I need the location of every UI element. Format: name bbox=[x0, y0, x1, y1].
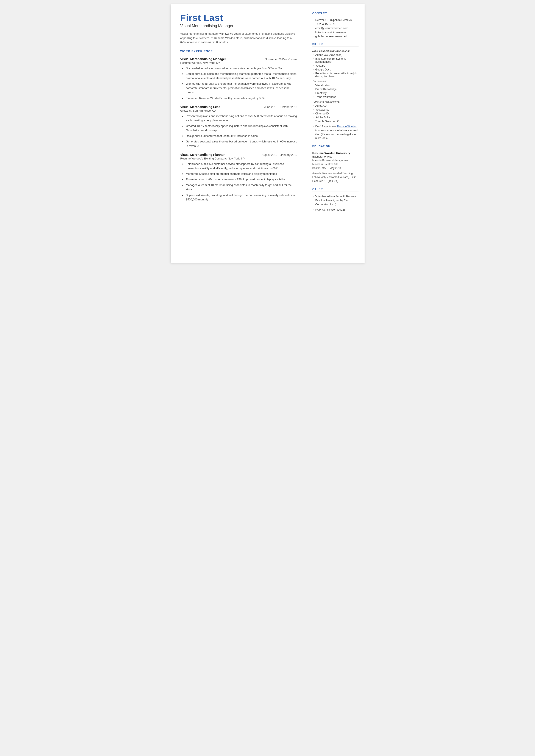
other-item-1: Volunteered in a 3-month Runway Fashion … bbox=[312, 194, 358, 207]
name-section: First Last Visual Merchandising Manager bbox=[180, 13, 297, 28]
skill-1-4: Google Docs bbox=[312, 68, 358, 71]
other-section: OTHER Volunteered in a 3-month Runway Fa… bbox=[312, 188, 358, 212]
skill-3-1: AutoCAD bbox=[312, 104, 358, 107]
contact-item-3: email@resumeworded.com bbox=[312, 27, 358, 30]
work-experience-title: WORK EXPERIENCE bbox=[180, 49, 297, 54]
skills-section: SKILLS Data Visualization/Engineering: A… bbox=[312, 43, 358, 140]
job-entry-3: Visual Merchandising Planner August 2010… bbox=[180, 153, 297, 202]
job-position-1: Visual Merchandising Manager bbox=[180, 57, 226, 61]
job-position-2: Visual Merchandising Lead bbox=[180, 105, 221, 109]
bullet-3-5: Supervised visuals, branding, and sell t… bbox=[182, 193, 297, 202]
resume-worded-link[interactable]: Resume Worded bbox=[337, 125, 356, 128]
bullet-3-2: Mentored 40 sales staff on product chara… bbox=[182, 172, 297, 176]
skill-note-suffix: to scan your resume before you send it o… bbox=[316, 129, 358, 140]
skills-cat-label-3: Tools and Frameworks: bbox=[312, 100, 358, 103]
job-company-1: Resume Worded, New York, NY bbox=[180, 61, 297, 65]
bullet-3-3: Evaluated shop traffic patterns to ensur… bbox=[182, 177, 297, 182]
skill-2-2: Brand Knowledge bbox=[312, 88, 358, 91]
job-entry-2: Visual Merchandising Lead June 2013 – Oc… bbox=[180, 105, 297, 148]
job-bullets-1: Succeeded in reducing zero selling acces… bbox=[180, 66, 297, 100]
skill-3-4: Adobe Suite bbox=[312, 116, 358, 119]
skill-3-2: Vectoworks bbox=[312, 108, 358, 111]
edu-major: Major in Business Management bbox=[312, 159, 349, 162]
work-experience-section: WORK EXPERIENCE Visual Merchandising Man… bbox=[180, 49, 297, 202]
skills-cat-label-2: Techniques: bbox=[312, 80, 358, 83]
contact-item-5: github.com/resumeworded bbox=[312, 35, 358, 38]
resume-container: First Last Visual Merchandising Manager … bbox=[171, 4, 365, 263]
skill-2-4: Trend awareness bbox=[312, 96, 358, 98]
job-dates-1: November 2015 – Present bbox=[265, 58, 297, 61]
skill-1-3: Youtube bbox=[312, 64, 358, 67]
education-title: EDUCATION bbox=[312, 145, 358, 149]
job-bullets-3: Established a positive customer service … bbox=[180, 162, 297, 202]
bullet-3-4: Managed a team of 40 merchandising assoc… bbox=[182, 183, 297, 192]
skills-note: Don't forget to use Resume Worded to sca… bbox=[312, 125, 358, 140]
bullet-2-4: Generated seasonal sales themes based on… bbox=[182, 139, 297, 148]
bullet-1-2: Equipped visual, sales and merchandising… bbox=[182, 72, 297, 80]
edu-degree: Bachelor of Arts bbox=[312, 155, 358, 158]
bullet-2-1: Presented opinions and merchandising opt… bbox=[182, 114, 297, 123]
job-header-3: Visual Merchandising Planner August 2010… bbox=[180, 153, 297, 156]
job-header-1: Visual Merchandising Manager November 20… bbox=[180, 57, 297, 61]
other-item-2: PCM Certification (2022) bbox=[312, 208, 358, 212]
skill-2-1: Visualization bbox=[312, 84, 358, 87]
job-bullets-2: Presented opinions and merchandising opt… bbox=[180, 114, 297, 148]
edu-school: Resume Worded University bbox=[312, 152, 358, 155]
other-title: OTHER bbox=[312, 188, 358, 192]
job-company-2: Growthsi, San Francisco, CA bbox=[180, 109, 297, 112]
bullet-1-1: Succeeded in reducing zero selling acces… bbox=[182, 66, 297, 70]
skill-2-3: Creativity bbox=[312, 92, 358, 95]
full-name: First Last bbox=[180, 13, 297, 23]
contact-item-4: linkedin.com/in/username bbox=[312, 31, 358, 34]
skills-title: SKILLS bbox=[312, 43, 358, 47]
skills-cat-label-1: Data Visualization/Engineering: bbox=[312, 49, 358, 52]
job-dates-3: August 2010 – January 2013 bbox=[262, 153, 297, 156]
edu-awards: Awards: Resume Worded Teaching Fellow (o… bbox=[312, 171, 358, 183]
job-header-2: Visual Merchandising Lead June 2013 – Oc… bbox=[180, 105, 297, 109]
job-position-3: Visual Merchandising Planner bbox=[180, 153, 225, 156]
contact-item-1: Denver, OH (Open to Remote) bbox=[312, 18, 358, 21]
job-entry-1: Visual Merchandising Manager November 20… bbox=[180, 57, 297, 100]
bullet-2-3: Designed visual features that led to 45%… bbox=[182, 134, 297, 138]
bullet-3-1: Established a positive customer service … bbox=[182, 162, 297, 170]
skill-3-3: Cinema 4D bbox=[312, 112, 358, 115]
contact-item-2: +1-234-456-789 bbox=[312, 23, 358, 26]
main-content: First Last Visual Merchandising Manager … bbox=[171, 4, 306, 263]
job-dates-2: June 2013 – October 2015 bbox=[265, 105, 297, 109]
bullet-2-2: Created 100% aesthetically appealing ins… bbox=[182, 124, 297, 132]
skill-3-5: Trimble Sketchuo Pro bbox=[312, 120, 358, 123]
job-company-3: Resume Worded's Exciting Company, New Yo… bbox=[180, 157, 297, 160]
skill-1-5: Recruiter note: enter skills from job de… bbox=[312, 72, 358, 78]
contact-section: CONTACT Denver, OH (Open to Remote) +1-2… bbox=[312, 12, 358, 38]
summary-text: Visual merchandising manager with twelve… bbox=[180, 32, 297, 44]
contact-title: CONTACT bbox=[312, 12, 358, 16]
skill-1-2: Inventory control Systems (Experienced) bbox=[312, 57, 358, 63]
edu-details: Major in Business Management Minors in C… bbox=[312, 158, 358, 170]
edu-minor: Minors in Creative Arts bbox=[312, 163, 339, 166]
edu-location-date: Boston, MA — May 2018 bbox=[312, 167, 341, 170]
sidebar: CONTACT Denver, OH (Open to Remote) +1-2… bbox=[306, 4, 365, 263]
education-section: EDUCATION Resume Worded University Bache… bbox=[312, 145, 358, 183]
bullet-1-3: Worked with retail staff to ensure that … bbox=[182, 82, 297, 95]
job-title: Visual Merchandising Manager bbox=[180, 24, 297, 28]
skill-note-prefix: Don't forget to use bbox=[316, 125, 337, 128]
skill-1-1: Adobe CC (Advanced) bbox=[312, 53, 358, 56]
bullet-1-4: Exceeded Resume Worded's monthly store s… bbox=[182, 96, 297, 100]
